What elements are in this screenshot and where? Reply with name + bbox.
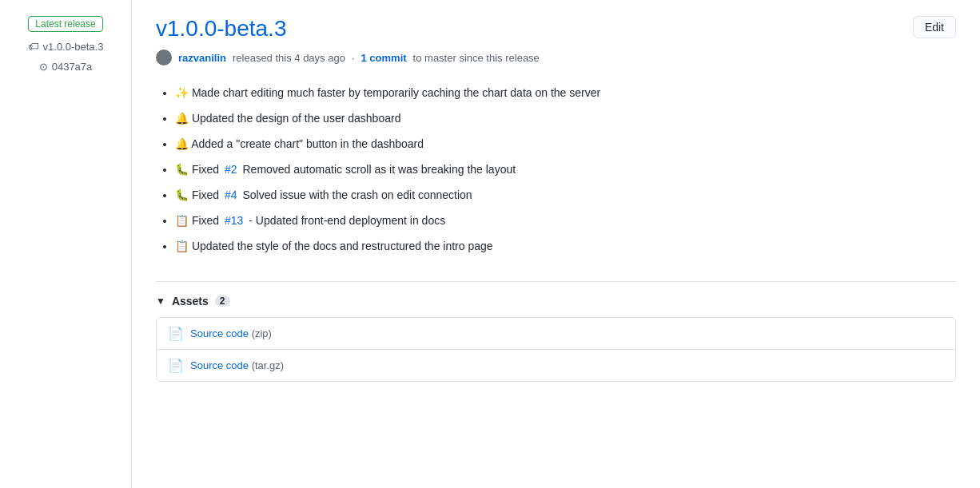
- main-content: v1.0.0-beta.3 Edit razvanilin released t…: [132, 0, 980, 488]
- emoji-icon: 🔔: [175, 137, 189, 150]
- chevron-down-icon[interactable]: ▼: [156, 296, 165, 307]
- release-header: v1.0.0-beta.3 Edit: [156, 16, 956, 42]
- issue-link[interactable]: #2: [225, 163, 237, 176]
- emoji-icon: 📋: [175, 214, 189, 227]
- issue-link[interactable]: #13: [225, 214, 243, 227]
- note-text-after: Solved issue with the crash on edit conn…: [242, 188, 472, 201]
- asset-label: Source code: [190, 327, 249, 339]
- emoji-icon: 🐛: [175, 163, 189, 176]
- release-title[interactable]: v1.0.0-beta.3: [156, 16, 286, 42]
- commit-suffix: to master since this release: [413, 52, 540, 64]
- release-body: ✨ Made chart editing much faster by temp…: [156, 81, 956, 257]
- tag-icon: 🏷: [28, 40, 39, 53]
- asset-item: 📄 Source code (zip): [157, 318, 955, 350]
- asset-suffix: (zip): [252, 327, 272, 339]
- list-item: 🔔 Updated the design of the user dashboa…: [175, 107, 956, 129]
- note-text: Updated the style of the docs and restru…: [192, 240, 493, 252]
- assets-count: 2: [215, 296, 230, 307]
- asset-link-targz[interactable]: Source code (tar.gz): [190, 359, 284, 371]
- author-link[interactable]: razvanilin: [178, 52, 226, 64]
- sidebar-commit: ⊙ 0437a7a: [39, 61, 93, 73]
- assets-section: ▼ Assets 2 📄 Source code (zip) 📄 Source …: [156, 281, 956, 382]
- assets-list: 📄 Source code (zip) 📄 Source code (tar.g…: [156, 317, 956, 382]
- latest-release-badge: Latest release: [28, 16, 102, 32]
- note-text-before: Fixed: [192, 163, 219, 176]
- sidebar-tag: 🏷 v1.0.0-beta.3: [28, 40, 104, 53]
- avatar: [156, 50, 172, 65]
- list-item: 📋 Fixed #13 - Updated front-end deployme…: [175, 209, 956, 232]
- edit-button[interactable]: Edit: [913, 16, 956, 38]
- note-text: Made chart editing much faster by tempor…: [192, 86, 600, 99]
- commit-link[interactable]: 1 commit: [361, 52, 407, 64]
- note-text-before: Fixed: [192, 188, 219, 201]
- issue-link[interactable]: #4: [225, 188, 237, 201]
- list-item: ✨ Made chart editing much faster by temp…: [175, 81, 956, 104]
- list-item: 🔔 Added a "create chart" button in the d…: [175, 133, 956, 155]
- emoji-icon: 🔔: [175, 112, 189, 125]
- released-text: released this 4 days ago: [233, 52, 345, 64]
- emoji-icon: ✨: [175, 86, 189, 99]
- sidebar-commit-label: 0437a7a: [52, 61, 93, 73]
- asset-suffix: (tar.gz): [252, 359, 284, 371]
- commit-icon: ⊙: [39, 61, 48, 73]
- list-item: 🐛 Fixed #2 Removed automatic scroll as i…: [175, 158, 956, 181]
- sidebar-tag-label: v1.0.0-beta.3: [43, 41, 104, 53]
- release-meta: razvanilin released this 4 days ago · 1 …: [156, 50, 956, 65]
- asset-link-zip[interactable]: Source code (zip): [190, 327, 272, 339]
- file-icon: 📄: [168, 358, 184, 373]
- emoji-icon: 📋: [175, 240, 189, 252]
- sidebar: Latest release 🏷 v1.0.0-beta.3 ⊙ 0437a7a: [0, 0, 132, 488]
- note-text-after: - Updated front-end deployment in docs: [249, 214, 445, 227]
- asset-label: Source code: [190, 359, 249, 371]
- asset-item: 📄 Source code (tar.gz): [157, 350, 955, 381]
- note-text: Updated the design of the user dashboard: [192, 112, 401, 125]
- assets-label: Assets: [172, 295, 209, 307]
- note-text-before: Fixed: [192, 214, 219, 227]
- note-text: Added a "create chart" button in the das…: [191, 137, 424, 150]
- assets-header: ▼ Assets 2: [156, 295, 956, 307]
- note-text-after: Removed automatic scroll as it was break…: [242, 163, 516, 176]
- separator: ·: [352, 52, 355, 64]
- list-item: 🐛 Fixed #4 Solved issue with the crash o…: [175, 184, 956, 206]
- file-icon: 📄: [168, 326, 184, 341]
- list-item: 📋 Updated the style of the docs and rest…: [175, 235, 956, 257]
- release-notes-list: ✨ Made chart editing much faster by temp…: [156, 81, 956, 257]
- emoji-icon: 🐛: [175, 188, 189, 201]
